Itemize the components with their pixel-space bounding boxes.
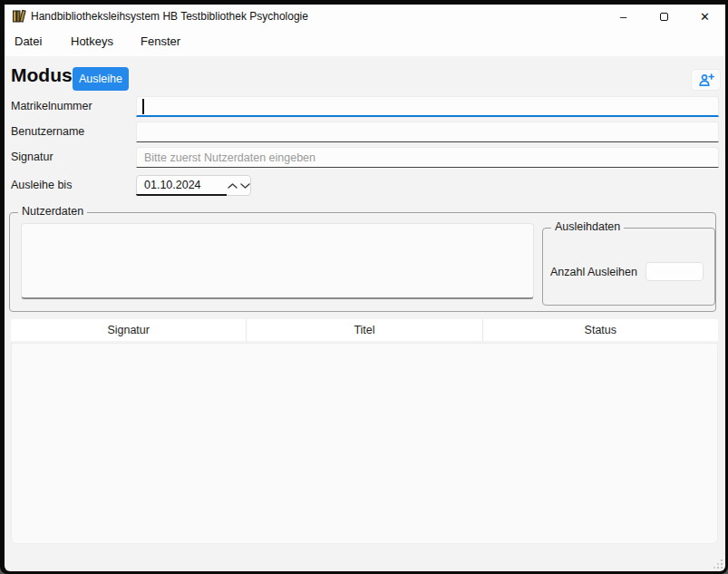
text-caret	[142, 99, 144, 114]
date-increment-button[interactable]	[226, 176, 238, 195]
minimize-button[interactable]: –	[603, 5, 644, 29]
anzahl-ausleihen-label: Anzahl Ausleihen	[550, 265, 637, 279]
anzahl-ausleihen-input[interactable]	[645, 262, 704, 281]
column-header-signatur[interactable]: Signatur	[11, 319, 247, 341]
signatur-input[interactable]	[136, 147, 719, 168]
table-body	[11, 343, 718, 544]
close-button[interactable]: ✕	[684, 5, 725, 29]
person-add-icon	[698, 73, 714, 87]
ausleihdaten-title: Ausleihdaten	[551, 220, 624, 234]
matrikelnummer-label: Matrikelnummer	[11, 96, 92, 117]
date-decrement-button[interactable]	[238, 176, 251, 195]
books-icon	[12, 9, 26, 24]
column-header-titel[interactable]: Titel	[247, 319, 482, 341]
date-value[interactable]: 01.10.2024	[144, 176, 201, 195]
app-window: Handbibliotheksleihsystem HB Testbibliot…	[0, 0, 728, 574]
menu-item-datei[interactable]: Datei	[11, 30, 45, 54]
minimize-icon: –	[620, 10, 626, 24]
modus-heading: Modus	[11, 64, 73, 86]
chevron-down-icon	[240, 183, 250, 189]
ausleihdaten-groupbox: Ausleihdaten Anzahl Ausleihen	[542, 228, 715, 306]
resize-grip-icon[interactable]	[713, 559, 723, 569]
window-controls: – ✕	[603, 5, 725, 29]
add-user-button[interactable]	[691, 69, 721, 91]
maximize-button[interactable]	[644, 5, 684, 29]
menu-bar: Datei Hotkeys Fenster	[5, 30, 725, 54]
ausleihe-mode-button[interactable]: Ausleihe	[73, 67, 129, 91]
ausleihe-bis-date-spinner[interactable]: 01.10.2024	[136, 175, 251, 196]
nutzerdaten-groupbox: Nutzerdaten Ausleihdaten Anzahl Ausleihe…	[9, 212, 716, 312]
window-title: Handbibliotheksleihsystem HB Testbibliot…	[31, 5, 308, 28]
chevron-up-icon	[228, 183, 238, 189]
nutzerdaten-title: Nutzerdaten	[18, 205, 87, 219]
matrikelnummer-input[interactable]	[136, 96, 719, 117]
date-underline	[136, 194, 227, 196]
signatur-label: Signatur	[11, 147, 53, 168]
menu-item-fenster[interactable]: Fenster	[137, 30, 184, 54]
column-header-status[interactable]: Status	[483, 319, 718, 341]
close-icon: ✕	[700, 10, 710, 24]
ausleihe-bis-label: Ausleihe bis	[11, 175, 72, 196]
maximize-icon	[660, 13, 668, 21]
window-inner: Handbibliotheksleihsystem HB Testbibliot…	[5, 5, 725, 571]
benutzername-input[interactable]	[136, 122, 719, 142]
title-bar: Handbibliotheksleihsystem HB Testbibliot…	[5, 5, 725, 56]
benutzername-label: Benutzername	[11, 122, 84, 142]
table-header: Signatur Titel Status	[11, 319, 718, 341]
nutzerdaten-textarea[interactable]	[21, 223, 534, 299]
menu-item-hotkeys[interactable]: Hotkeys	[67, 30, 117, 54]
